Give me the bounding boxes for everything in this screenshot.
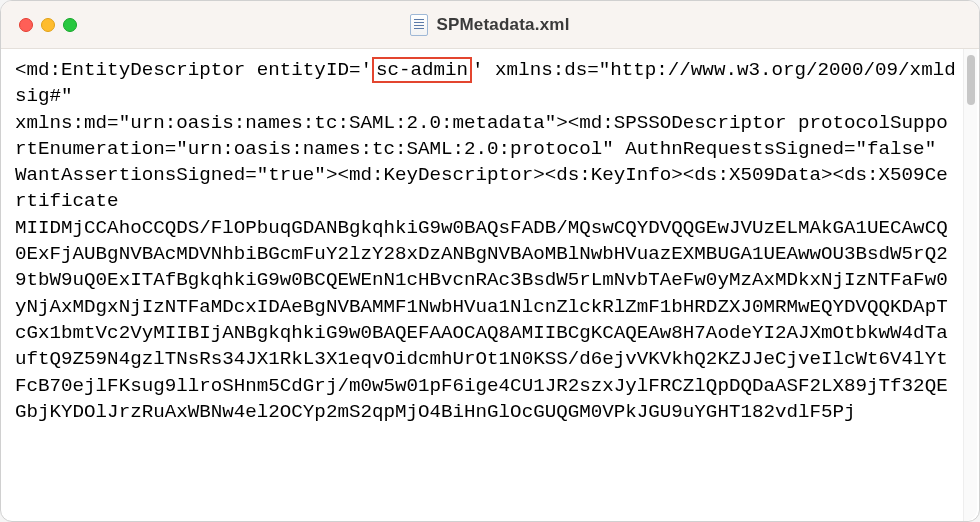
content-area: <md:EntityDescriptor entityID='sc-admin'… (1, 49, 979, 521)
close-button[interactable] (19, 18, 33, 32)
document-icon (410, 14, 428, 36)
scrollbar-track[interactable] (963, 49, 977, 521)
title-center: SPMetadata.xml (1, 14, 979, 36)
minimize-button[interactable] (41, 18, 55, 32)
xml-after-highlight: ' xmlns:ds="http://www.w3.org/2000/09/xm… (15, 59, 956, 423)
xml-content[interactable]: <md:EntityDescriptor entityID='sc-admin'… (1, 49, 979, 521)
text-editor-window: SPMetadata.xml <md:EntityDescriptor enti… (0, 0, 980, 522)
scrollbar-thumb[interactable] (967, 55, 975, 105)
titlebar[interactable]: SPMetadata.xml (1, 1, 979, 49)
maximize-button[interactable] (63, 18, 77, 32)
entity-id-highlight: sc-admin (372, 57, 472, 83)
window-title: SPMetadata.xml (436, 15, 569, 35)
traffic-lights (1, 18, 77, 32)
xml-before-highlight: <md:EntityDescriptor entityID=' (15, 59, 372, 81)
